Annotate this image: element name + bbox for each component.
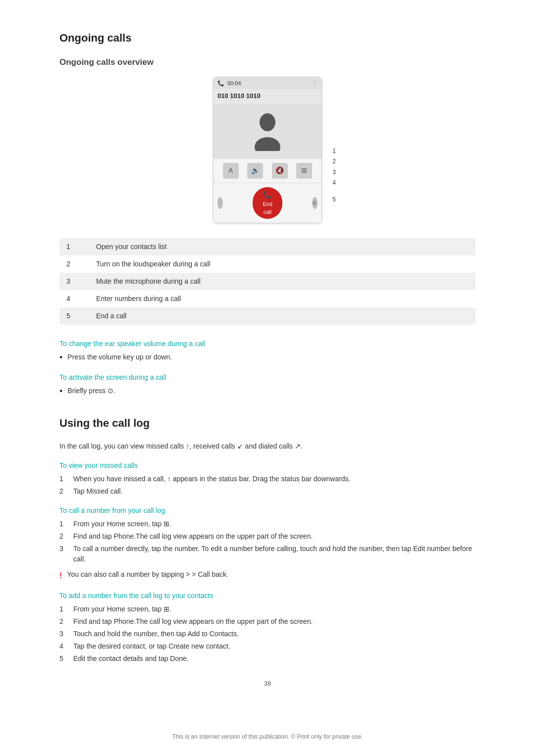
step-num: 1 bbox=[59, 519, 67, 529]
step-text: Find and tap Phone.The call log view app… bbox=[73, 616, 313, 627]
step-text: When you have missed a call, ↑ appears i… bbox=[73, 474, 351, 484]
list-item: 1From your Home screen, tap ⊞. bbox=[59, 519, 476, 529]
step-text: From your Home screen, tap ⊞. bbox=[73, 519, 171, 529]
list-item: 2Find and tap Phone.The call log view ap… bbox=[59, 531, 476, 542]
step-num: 2 bbox=[59, 531, 67, 542]
calllog-intro: In the call log, you can view missed cal… bbox=[59, 441, 476, 452]
phone-controls-row: A 🔊 🔇 ⊞ bbox=[214, 158, 321, 183]
row-desc: Open your contacts list bbox=[89, 238, 476, 255]
footer-text: This is an Internet version of this publ… bbox=[59, 732, 476, 741]
tip1-bullet: • Press the volume key up or down. bbox=[59, 352, 476, 363]
step-num: 5 bbox=[59, 654, 67, 664]
phone-diagram-container: 📞 00:04 ⋮ 010 1010 1010 A 🔊 bbox=[59, 77, 476, 223]
table-row: 4Enter numbers during a call bbox=[59, 290, 476, 307]
contacts-btn: A bbox=[223, 163, 239, 179]
list-item: 4Tap the desired contact, or tap Create … bbox=[59, 641, 476, 652]
bullet-dot-2: • bbox=[59, 386, 62, 397]
call-log-list: 1From your Home screen, tap ⊞.2Find and … bbox=[59, 519, 476, 564]
step-num: 3 bbox=[59, 629, 67, 639]
warning-text: You can also call a number by tapping > … bbox=[67, 569, 228, 580]
list-item: 2Tap Missed call. bbox=[59, 486, 476, 497]
step-num: 2 bbox=[59, 616, 67, 627]
add-number-heading: To add a number from the call log to you… bbox=[59, 591, 476, 601]
step-text: Touch and hold the number, then tap Add … bbox=[73, 629, 239, 639]
step-text: Find and tap Phone.The call log view app… bbox=[73, 531, 313, 542]
step-num: 1 bbox=[59, 474, 67, 484]
phone-status-bar: 📞 00:04 ⋮ bbox=[214, 77, 321, 90]
menu-icon: ⋮ bbox=[312, 79, 318, 88]
page: Ongoing calls Ongoing calls overview 📞 0… bbox=[0, 0, 535, 756]
tip2-heading: To activate the screen during a call bbox=[59, 372, 476, 383]
row-num: 3 bbox=[59, 273, 89, 290]
bullet-dot-1: • bbox=[59, 352, 62, 363]
section-title-ongoing: Ongoing calls bbox=[59, 30, 476, 46]
side-num-5: 5 bbox=[330, 195, 336, 205]
svg-point-1 bbox=[255, 137, 280, 151]
phone-avatar-area bbox=[214, 104, 321, 158]
list-item: 2Find and tap Phone.The call log view ap… bbox=[59, 616, 476, 627]
row-num: 1 bbox=[59, 238, 89, 255]
list-item: 5Edit the contact details and tap Done. bbox=[59, 654, 476, 664]
warning-row: ! You can also call a number by tapping … bbox=[59, 569, 476, 582]
row-desc: Enter numbers during a call bbox=[89, 290, 476, 307]
table-row: 2Turn on the loudspeaker during a call bbox=[59, 255, 476, 273]
side-num-1: 1 bbox=[330, 146, 336, 157]
phone-wrapper: 📞 00:04 ⋮ 010 1010 1010 A 🔊 bbox=[213, 77, 322, 223]
row-num: 4 bbox=[59, 290, 89, 307]
add-number-list: 1From your Home screen, tap ⊞.2Find and … bbox=[59, 604, 476, 664]
warning-icon: ! bbox=[59, 570, 62, 582]
speaker-btn: 🔊 bbox=[247, 163, 263, 179]
side-num-3: 3 bbox=[330, 167, 336, 178]
row-desc: Turn on the loudspeaker during a call bbox=[89, 255, 476, 273]
call-log-heading: To call a number from your call log bbox=[59, 505, 476, 516]
phone-mock: 📞 00:04 ⋮ 010 1010 1010 A 🔊 bbox=[213, 77, 322, 223]
mute-btn: 🔇 bbox=[272, 163, 288, 179]
tip1-text: Press the volume key up or down. bbox=[67, 352, 172, 362]
list-item: 3To call a number directly, tap the numb… bbox=[59, 544, 476, 564]
step-num: 1 bbox=[59, 604, 67, 614]
subsection-title-overview: Ongoing calls overview bbox=[59, 56, 476, 69]
end-call-button: 📞 End call bbox=[253, 187, 282, 219]
row-num: 5 bbox=[59, 307, 89, 325]
step-text: Tap Missed call. bbox=[73, 486, 123, 497]
step-num: 2 bbox=[59, 486, 67, 497]
list-item: 1From your Home screen, tap ⊞. bbox=[59, 604, 476, 614]
avatar-silhouette bbox=[252, 111, 284, 151]
call-time: 00:04 bbox=[227, 79, 241, 88]
row-num: 2 bbox=[59, 255, 89, 273]
side-numbers: 1 2 3 4 5 bbox=[330, 77, 336, 223]
list-item: 3Touch and hold the number, then tap Add… bbox=[59, 629, 476, 639]
svg-point-0 bbox=[260, 113, 275, 131]
row-desc: Mute the microphone during a call bbox=[89, 273, 476, 290]
step-text: From your Home screen, tap ⊞. bbox=[73, 604, 171, 614]
section-title-calllog: Using the call log bbox=[59, 415, 476, 431]
step-text: Tap the desired contact, or tap Create n… bbox=[73, 641, 230, 652]
keypad-btn: ⊞ bbox=[296, 163, 312, 179]
extra-btn: ⊙ bbox=[312, 197, 318, 209]
step-text: Edit the contact details and tap Done. bbox=[73, 654, 189, 664]
phone-number-display: 010 1010 1010 bbox=[214, 89, 321, 104]
side-num-2: 2 bbox=[330, 156, 336, 167]
side-num-4: 4 bbox=[330, 178, 336, 189]
tip2-text: Briefly press ⊙. bbox=[67, 386, 115, 396]
page-number: 38 bbox=[59, 679, 476, 689]
call-icon: 📞 bbox=[217, 79, 224, 88]
tip2-bullet: • Briefly press ⊙. bbox=[59, 386, 476, 397]
table-row: 1Open your contacts list bbox=[59, 238, 476, 255]
table-row: 3Mute the microphone during a call bbox=[59, 273, 476, 290]
step-text: To call a number directly, tap the numbe… bbox=[73, 544, 476, 564]
end-call-label: End call bbox=[263, 200, 272, 216]
step-num: 3 bbox=[59, 544, 67, 564]
missed-calls-list: 1When you have missed a call, ↑ appears … bbox=[59, 474, 476, 497]
row-desc: End a call bbox=[89, 307, 476, 325]
table-row: 5End a call bbox=[59, 307, 476, 325]
phone-end-call-area: 📞 End call ⊙ bbox=[214, 183, 321, 223]
step-num: 4 bbox=[59, 641, 67, 652]
diagram-table: 1Open your contacts list2Turn on the lou… bbox=[59, 238, 476, 325]
list-item: 1When you have missed a call, ↑ appears … bbox=[59, 474, 476, 484]
missed-calls-heading: To view your missed calls bbox=[59, 460, 476, 471]
tip1-heading: To change the ear speaker volume during … bbox=[59, 339, 476, 349]
